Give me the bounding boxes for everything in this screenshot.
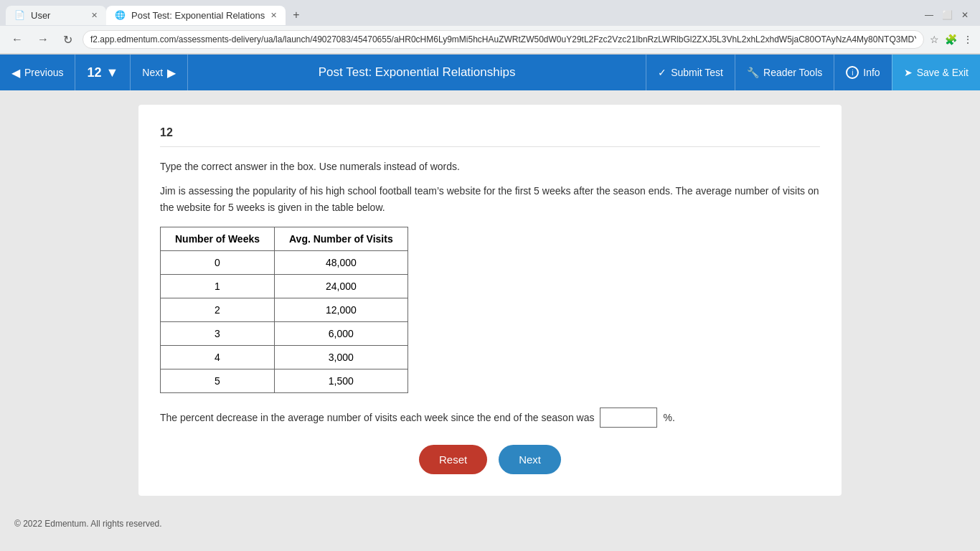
tab-test-label: Post Test: Exponential Relations [131,10,265,21]
close-icon[interactable]: ✕ [961,10,969,20]
table-cell-visits: 48,000 [275,251,408,275]
tab-user-label: User [31,10,50,21]
new-tab-button[interactable]: + [286,4,306,26]
question-instruction: Type the correct answer in the box. Use … [160,159,820,174]
reader-tools-label: Reader Tools [763,67,822,78]
bookmark-icon[interactable]: ☆ [930,34,939,45]
reset-button[interactable]: Reset [419,445,487,474]
next-icon: ▶ [167,66,176,80]
extension-icon[interactable]: 🧩 [945,34,957,45]
data-table: Number of Weeks Avg. Number of Visits 04… [160,227,408,393]
answer-suffix: %. [663,412,674,423]
page-content: 12 Type the correct answer in the box. U… [0,90,980,510]
copyright-text: © 2022 Edmentum. All rights reserved. [14,519,162,529]
next-button[interactable]: Next [499,445,561,474]
info-icon: i [846,66,859,79]
submit-icon: ✓ [658,67,666,78]
submit-test-button[interactable]: ✓ Submit Test [646,55,735,90]
previous-button[interactable]: ◀ Previous [0,55,75,90]
tab-test-icon: 🌐 [115,10,126,20]
window-controls: — ⬜ ✕ [919,10,974,20]
tab-user[interactable]: 📄 User ✕ [6,6,106,25]
table-cell-week: 0 [161,251,275,275]
next-button-toolbar[interactable]: Next ▶ [131,55,188,90]
back-button[interactable]: ← [7,32,27,47]
table-cell-visits: 3,000 [275,346,408,369]
table-cell-week: 3 [161,322,275,346]
question-number-heading: 12 [160,126,820,147]
info-button[interactable]: i Info [834,55,891,90]
next-label-toolbar: Next [142,67,163,78]
table-cell-week: 5 [161,369,275,393]
answer-prefix: The percent decrease in the average numb… [160,412,594,423]
table-cell-visits: 1,500 [275,369,408,393]
save-exit-label: Save & Exit [917,67,969,78]
table-cell-week: 2 [161,298,275,322]
restore-icon[interactable]: ⬜ [942,10,953,20]
question-dropdown-icon: ▼ [106,65,119,80]
app-toolbar: ◀ Previous 12 ▼ Next ▶ Post Test: Expone… [0,55,980,90]
table-cell-visits: 24,000 [275,275,408,298]
previous-label: Previous [24,67,63,78]
table-row: 124,000 [161,275,408,298]
reload-button[interactable]: ↻ [59,32,77,48]
info-label: Info [863,67,880,78]
address-bar-icons: ☆ 🧩 ⋮ [930,34,973,45]
table-cell-week: 1 [161,275,275,298]
tab-test[interactable]: 🌐 Post Test: Exponential Relations ✕ [106,6,286,25]
toolbar-actions: ✓ Submit Test 🔧 Reader Tools i Info ➤ Sa… [646,55,980,90]
previous-icon: ◀ [11,66,20,80]
question-card: 12 Type the correct answer in the box. U… [138,105,842,496]
table-cell-visits: 6,000 [275,322,408,346]
table-row: 43,000 [161,346,408,369]
tab-test-close[interactable]: ✕ [270,11,277,20]
question-number: 12 [87,65,101,80]
page-title: Post Test: Exponential Relationships [188,65,646,80]
menu-icon[interactable]: ⋮ [963,34,973,45]
table-cell-week: 4 [161,346,275,369]
tab-user-close[interactable]: ✕ [91,11,98,20]
tab-user-icon: 📄 [14,10,25,20]
question-number-display[interactable]: 12 ▼ [75,55,131,90]
table-header-weeks: Number of Weeks [161,227,275,251]
browser-chrome: 📄 User ✕ 🌐 Post Test: Exponential Relati… [0,0,980,55]
button-row: Reset Next [160,445,820,474]
forward-button[interactable]: → [33,32,53,47]
table-row: 51,500 [161,369,408,393]
save-exit-icon: ➤ [904,67,913,78]
reader-tools-button[interactable]: 🔧 Reader Tools [735,55,834,90]
question-body: Jim is assessing the popularity of his h… [160,183,820,215]
reader-tools-icon: 🔧 [747,67,759,78]
table-row: 36,000 [161,322,408,346]
table-row: 212,000 [161,298,408,322]
minimize-icon[interactable]: — [925,10,933,20]
table-row: 048,000 [161,251,408,275]
save-exit-button[interactable]: ➤ Save & Exit [892,55,980,90]
address-bar: ← → ↻ ☆ 🧩 ⋮ [0,26,980,54]
footer: © 2022 Edmentum. All rights reserved. [0,510,980,537]
answer-line: The percent decrease in the average numb… [160,408,820,428]
submit-label: Submit Test [671,67,723,78]
answer-input[interactable] [600,408,657,428]
address-input[interactable] [83,30,924,49]
tab-bar: 📄 User ✕ 🌐 Post Test: Exponential Relati… [0,0,980,26]
table-cell-visits: 12,000 [275,298,408,322]
table-header-visits: Avg. Number of Visits [275,227,408,251]
